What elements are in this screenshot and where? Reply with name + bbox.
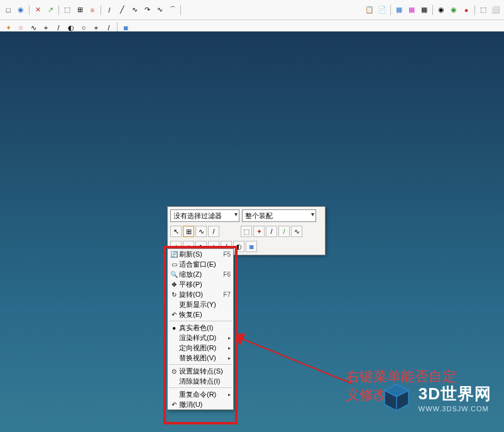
- menu-label: 清除旋转点(I): [179, 377, 231, 386]
- ft-icon[interactable]: ∿: [291, 226, 302, 237]
- menu-item[interactable]: ↶撤消(U): [168, 399, 233, 409]
- tool-icon[interactable]: ◉: [15, 4, 26, 16]
- menu-item[interactable]: ✥平移(P): [168, 279, 233, 289]
- submenu-arrow-icon: ▸: [228, 335, 231, 341]
- menu-label: 设置旋转点(S): [179, 367, 231, 376]
- ft-icon[interactable]: ✦: [253, 226, 265, 237]
- menu-label: 替换视图(V): [179, 353, 226, 363]
- menu-icon: [169, 343, 179, 352]
- menu-label: 渲染样式(D): [179, 333, 226, 343]
- ft-icon[interactable]: /: [278, 226, 290, 237]
- tool-icon[interactable]: ●: [461, 4, 472, 16]
- menu-item[interactable]: 重复命令(R)▸: [168, 389, 233, 399]
- menu-item[interactable]: 清除旋转点(I): [168, 376, 233, 386]
- tool-icon[interactable]: ⌒: [167, 4, 178, 16]
- submenu-arrow-icon: ▸: [228, 345, 231, 351]
- menu-label: 重复命令(R): [179, 390, 226, 399]
- tool-icon[interactable]: ▦: [393, 4, 405, 16]
- menu-label: 撤消(U): [179, 400, 231, 409]
- tool-icon[interactable]: ◉: [448, 4, 459, 16]
- ft-icon[interactable]: ∿: [195, 226, 207, 237]
- tool-icon[interactable]: ↗: [45, 4, 56, 16]
- menu-icon: ↶: [169, 310, 179, 319]
- menu-item[interactable]: ↻旋转(O)F7: [168, 289, 233, 299]
- menu-label: 旋转(O): [179, 290, 221, 299]
- menu-item[interactable]: 定向视图(R)▸: [168, 343, 233, 353]
- context-menu: 🔄刷新(S)F5▭适合窗口(E)🔍缩放(Z)F6✥平移(P)↻旋转(O)F7更新…: [167, 248, 234, 410]
- tool-icon[interactable]: ▦: [406, 4, 417, 16]
- menu-label: 缩放(Z): [179, 270, 221, 279]
- tool-icon[interactable]: ∿: [129, 4, 140, 16]
- tool-icon[interactable]: ⬚: [62, 4, 73, 16]
- menu-item[interactable]: 🔄刷新(S)F5: [168, 249, 233, 259]
- main-toolbar: □ ◉ ✕ ↗ ⬚ ⊞ ≡ / ╱ ∿ ↷ ∿ ⌒ 📋 📄 ▦ ▦ ▦ ◉ ◉ …: [0, 0, 504, 20]
- menu-icon: ⊙: [169, 367, 179, 375]
- tool-icon[interactable]: ⬜: [490, 4, 501, 16]
- menu-icon: 🔄: [169, 250, 179, 258]
- menu-item[interactable]: ↶恢复(E): [168, 309, 233, 319]
- watermark: 3D世界网 WWW.3DSJW.COM: [381, 382, 491, 413]
- tool-icon[interactable]: ◉: [436, 4, 447, 16]
- menu-icon: 🔍: [169, 270, 179, 279]
- logo-cube-icon: [381, 382, 412, 413]
- menu-icon: [169, 377, 179, 385]
- tool-icon[interactable]: ≡: [87, 4, 98, 16]
- tool-icon[interactable]: ╱: [116, 4, 128, 16]
- menu-item[interactable]: 渲染样式(D)▸: [168, 333, 233, 343]
- menu-icon: ●: [169, 323, 179, 332]
- ft-icon[interactable]: /: [208, 226, 219, 237]
- tool-icon[interactable]: ⬚: [478, 4, 489, 16]
- tool-icon[interactable]: 📄: [376, 4, 388, 16]
- menu-item[interactable]: 替换视图(V)▸: [168, 353, 233, 363]
- menu-item[interactable]: 更新显示(Y): [168, 299, 233, 309]
- ft-icon[interactable]: /: [266, 226, 277, 237]
- ft-icon[interactable]: ◐: [233, 241, 244, 252]
- svg-line-0: [241, 338, 352, 384]
- menu-icon: [169, 353, 179, 362]
- menu-label: 定向视图(R): [179, 343, 226, 353]
- ft-icon[interactable]: ⬚: [241, 226, 252, 237]
- menu-separator: [169, 321, 232, 321]
- tool-icon[interactable]: ∿: [154, 4, 165, 16]
- menu-label: 平移(P): [179, 280, 231, 289]
- tool-icon[interactable]: ↷: [141, 4, 153, 16]
- viewport[interactable]: 没有选择过滤器 整个装配 ↖ ⊞ ∿ / ⬚ ✦ / / ∿ ✦ ○ ∿: [0, 31, 504, 432]
- tool-icon[interactable]: ▦: [419, 4, 430, 16]
- menu-icon: ▭: [169, 260, 179, 269]
- menu-label: 适合窗口(E): [179, 260, 231, 269]
- tool-icon[interactable]: □: [3, 4, 14, 16]
- submenu-arrow-icon: ▸: [228, 355, 231, 361]
- menu-label: 恢复(E): [179, 310, 231, 319]
- menu-label: 刷新(S): [179, 250, 221, 259]
- menu-shortcut: F6: [223, 271, 231, 278]
- menu-shortcut: F7: [223, 291, 231, 298]
- tool-icon[interactable]: /: [104, 4, 115, 16]
- menu-item[interactable]: ▭适合窗口(E): [168, 259, 233, 269]
- annotation-arrow: [236, 333, 361, 396]
- watermark-sub: WWW.3DSJW.COM: [419, 405, 491, 413]
- ft-icon[interactable]: ⊞: [183, 226, 194, 237]
- menu-item[interactable]: ●真实着色(I): [168, 323, 233, 333]
- menu-icon: ↶: [169, 400, 179, 409]
- cube-icon[interactable]: ◙: [246, 241, 257, 252]
- watermark-title: 3D世界网: [419, 383, 491, 405]
- tool-icon[interactable]: ✕: [32, 4, 43, 16]
- menu-icon: [169, 300, 179, 309]
- tool-icon[interactable]: 📋: [364, 4, 375, 16]
- ft-icon[interactable]: ↖: [170, 226, 182, 237]
- filter-select[interactable]: 没有选择过滤器: [170, 209, 239, 222]
- submenu-arrow-icon: ▸: [228, 392, 231, 397]
- menu-shortcut: F5: [223, 251, 231, 258]
- menu-icon: [169, 390, 179, 399]
- menu-item[interactable]: ⊙设置旋转点(S): [168, 366, 233, 376]
- menu-icon: ✥: [169, 280, 179, 289]
- menu-icon: [169, 333, 179, 342]
- menu-separator: [169, 387, 232, 388]
- menu-label: 真实着色(I): [179, 323, 231, 333]
- tool-icon[interactable]: ⊞: [74, 4, 85, 16]
- menu-label: 更新显示(Y): [179, 300, 231, 309]
- menu-icon: ↻: [169, 290, 179, 299]
- menu-item[interactable]: 🔍缩放(Z)F6: [168, 269, 233, 279]
- menu-separator: [169, 364, 232, 365]
- assembly-select[interactable]: 整个装配: [242, 209, 316, 222]
